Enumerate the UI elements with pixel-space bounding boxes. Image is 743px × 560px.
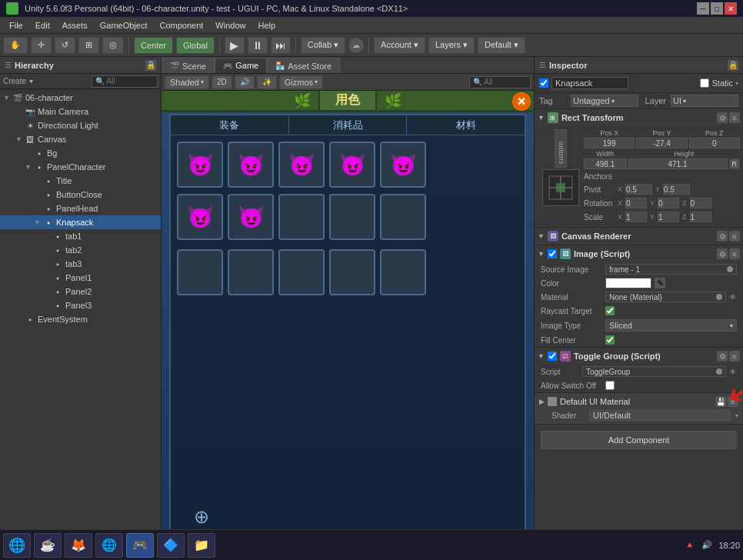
audio-toggle[interactable]: 🔊	[235, 75, 255, 89]
item-slot-1[interactable]: 😈	[177, 142, 223, 188]
hierarchy-item-buttonclose[interactable]: ▪ ButtonClose	[0, 188, 161, 202]
shaded-dropdown[interactable]: Shaded ▾	[165, 75, 209, 89]
global-toggle[interactable]: Global	[176, 37, 215, 54]
allow-switch-off-checkbox[interactable]	[605, 381, 615, 390]
add-component-button[interactable]: Add Component	[541, 431, 737, 449]
shader-value[interactable]: UI/Default	[589, 410, 731, 421]
menu-component[interactable]: Component	[153, 19, 209, 32]
toggle-group-enabled-checkbox[interactable]	[548, 352, 557, 361]
image-settings-btn[interactable]: ⚙	[717, 248, 728, 259]
script-eye-btn[interactable]: 👁	[729, 368, 737, 376]
scene-search-input[interactable]	[469, 76, 531, 88]
consumable-tab[interactable]: 消耗品	[289, 115, 408, 135]
hierarchy-item-tab1[interactable]: ▪ tab1	[0, 229, 161, 243]
mat-menu-btn[interactable]: ≡	[728, 396, 738, 407]
rot-y-input[interactable]	[658, 198, 679, 208]
image-header[interactable]: ▼ 🖼 Image (Script) ⚙ ≡	[535, 245, 743, 262]
2d-toggle[interactable]: 2D	[212, 75, 232, 89]
hierarchy-search-input[interactable]	[92, 75, 158, 88]
r-button[interactable]: R	[729, 158, 741, 169]
menu-help[interactable]: Help	[252, 19, 282, 32]
image-type-dropdown[interactable]: Sliced ▾	[605, 319, 737, 332]
material-eye-btn[interactable]: 👁	[729, 293, 737, 302]
mat-save-btn[interactable]: 💾	[715, 396, 726, 407]
canvas-renderer-header[interactable]: ▼ 🖼 Canvas Renderer ⚙ ≡	[535, 228, 743, 245]
image-enabled-checkbox[interactable]	[548, 249, 557, 258]
color-swatch[interactable]	[605, 278, 651, 288]
rect-transform-header[interactable]: ▼ ⊞ Rect Transform ⚙ ≡	[535, 109, 743, 126]
item-slot-5[interactable]: 😈	[380, 142, 426, 188]
effects-toggle[interactable]: ✨	[257, 75, 277, 89]
menu-gameobject[interactable]: GameObject	[94, 19, 154, 32]
hierarchy-item-bg[interactable]: ▪ Bg	[0, 146, 161, 160]
rotate-tool[interactable]: ↺	[55, 37, 75, 54]
equip-tab[interactable]: 装备	[171, 115, 289, 135]
toggle-settings-btn[interactable]: ⚙	[717, 351, 728, 362]
anchor-widget[interactable]	[542, 169, 579, 206]
scale-x-input[interactable]	[625, 212, 647, 222]
script-field[interactable]: ToggleGroup	[582, 366, 726, 377]
item-slot-6[interactable]: 😈	[177, 194, 223, 240]
unity-taskbar-btn[interactable]: 🎮	[126, 533, 154, 558]
move-tool[interactable]: ✛	[31, 37, 52, 54]
hierarchy-item-title[interactable]: ▪ Title	[0, 174, 161, 188]
fill-center-checkbox[interactable]	[605, 335, 615, 345]
canvas-menu-btn[interactable]: ≡	[729, 231, 740, 242]
play-button[interactable]: ▶	[225, 37, 245, 54]
width-input[interactable]	[584, 158, 627, 169]
scale-tool[interactable]: ⊞	[78, 37, 99, 54]
hierarchy-item-eventsystem[interactable]: ▪ EventSystem	[0, 312, 161, 326]
hierarchy-item-tab3[interactable]: ▪ tab3	[0, 257, 161, 271]
canvas-settings-btn[interactable]: ⚙	[717, 231, 728, 242]
posy-input[interactable]	[636, 138, 687, 148]
vs-taskbar-btn[interactable]: 🔷	[157, 533, 185, 558]
hierarchy-item-panel3[interactable]: ▪ Panel3	[0, 298, 161, 312]
menu-window[interactable]: Window	[209, 19, 252, 32]
tab-asset-store[interactable]: 🏪 Asset Store	[267, 58, 340, 73]
rect-tool[interactable]: ◎	[102, 37, 124, 54]
menu-edit[interactable]: Edit	[29, 19, 56, 32]
height-input[interactable]	[628, 158, 728, 169]
object-name-field[interactable]	[551, 77, 628, 89]
item-slot-8[interactable]	[278, 194, 325, 240]
pivot-y-input[interactable]	[663, 184, 690, 195]
item-slot-10[interactable]	[380, 194, 426, 240]
item-slot-2[interactable]: 😈	[228, 142, 274, 188]
tab-game[interactable]: 🎮 Game	[215, 58, 267, 73]
minimize-button[interactable]: ─	[697, 2, 709, 15]
rot-z-input[interactable]	[690, 198, 711, 208]
layer-dropdown[interactable]: UI ▾	[671, 95, 738, 107]
item-slot-12[interactable]	[228, 249, 274, 295]
posx-input[interactable]	[584, 138, 635, 148]
tag-dropdown[interactable]: Untagged ▾	[571, 95, 638, 107]
item-slot-9[interactable]	[329, 194, 375, 240]
item-slot-13[interactable]	[278, 249, 325, 295]
layout-button[interactable]: Default ▾	[478, 37, 525, 54]
image-menu-btn[interactable]: ≡	[729, 248, 740, 259]
close-button[interactable]: ✕	[725, 2, 737, 15]
layers-button[interactable]: Layers ▾	[428, 37, 475, 54]
rot-x-input[interactable]	[625, 198, 647, 208]
color-picker-btn[interactable]: ✎	[655, 278, 665, 288]
center-toggle[interactable]: Center	[134, 37, 173, 54]
pivot-x-input[interactable]	[625, 184, 652, 195]
item-slot-14[interactable]	[329, 249, 375, 295]
hierarchy-item-scene[interactable]: ▼ 🎬 06-character	[0, 91, 161, 105]
ie-taskbar-btn[interactable]: 🌐	[3, 533, 31, 558]
maximize-button[interactable]: □	[711, 2, 723, 15]
hierarchy-item-camera[interactable]: 📷 Main Camera	[0, 105, 161, 118]
posz-input[interactable]	[689, 138, 740, 148]
hierarchy-item-light[interactable]: ☀ Directional Light	[0, 118, 161, 132]
account-button[interactable]: Account ▾	[374, 37, 425, 54]
menu-file[interactable]: File	[3, 19, 29, 32]
inspector-lock-btn[interactable]: 🔒	[728, 60, 738, 71]
gizmos-dropdown[interactable]: Gizmos ▾	[279, 75, 323, 89]
hierarchy-item-panel1[interactable]: ▪ Panel1	[0, 271, 161, 285]
step-button[interactable]: ⏭	[271, 37, 291, 54]
material-tab[interactable]: 材料	[407, 115, 525, 135]
hierarchy-item-panelhead[interactable]: ▪ PanelHead	[0, 202, 161, 215]
hierarchy-item-knapsack[interactable]: ▼ ▪ Knapsack	[0, 215, 161, 229]
item-slot-15[interactable]	[380, 249, 426, 295]
source-image-field[interactable]: frame - 1	[605, 264, 737, 275]
hierarchy-item-panel2[interactable]: ▪ Panel2	[0, 285, 161, 298]
